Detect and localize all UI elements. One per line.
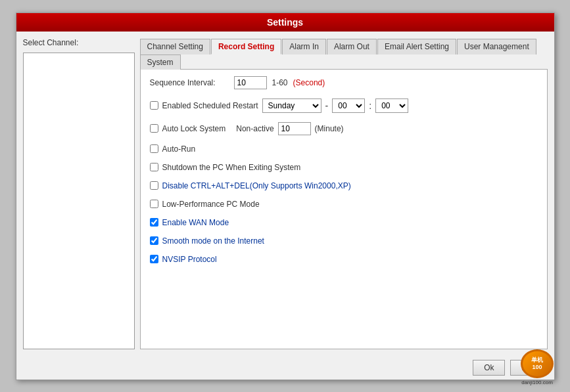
day-select[interactable]: Sunday Monday Tuesday Wednesday Thursday… (262, 98, 321, 113)
auto-lock-input[interactable] (278, 122, 311, 135)
sequence-interval-range: 1-60 (272, 78, 288, 87)
tab-alarm-out[interactable]: Alarm Out (327, 39, 377, 54)
disable-ctrl-label: Disable CTRL+ALT+DEL(Only Supports Win20… (162, 181, 351, 190)
enable-wan-label: Enable WAN Mode (162, 218, 229, 227)
sequence-interval-unit: (Second) (293, 78, 325, 87)
right-panel: Channel Setting Record Setting Alarm In … (140, 38, 548, 349)
auto-run-checkbox[interactable] (150, 144, 158, 153)
low-performance-label: Low-Performance PC Mode (162, 200, 260, 209)
nvsip-label: NVSIP Protocol (162, 255, 217, 264)
disable-ctrl-row: Disable CTRL+ALT+DEL(Only Supports Win20… (150, 181, 538, 190)
auto-run-label: Auto-Run (162, 144, 196, 154)
bottom-bar: Ok Exit (16, 356, 554, 380)
watermark-text: 单机100 (531, 357, 543, 371)
low-performance-row: Low-Performance PC Mode (150, 200, 538, 209)
disable-ctrl-checkbox[interactable] (150, 181, 158, 190)
nvsip-row: NVSIP Protocol (150, 255, 538, 264)
minute-select[interactable]: 00051015 20253035 40455055 (375, 98, 408, 113)
auto-lock-checkbox[interactable] (150, 124, 158, 133)
smooth-mode-row: Smooth mode on the Internet (150, 236, 538, 246)
tab-record-setting[interactable]: Record Setting (211, 39, 281, 54)
sequence-interval-input[interactable] (234, 76, 267, 89)
shutdown-row: Shutdown the PC When Exiting System (150, 163, 538, 172)
tab-alarm-in[interactable]: Alarm In (282, 39, 326, 54)
dialog-body: Select Channel: Channel Setting Record S… (16, 32, 554, 356)
separator-dash: - (325, 100, 329, 111)
low-performance-checkbox[interactable] (150, 200, 158, 208)
tab-system[interactable]: System (140, 54, 181, 70)
nvsip-checkbox[interactable] (150, 255, 158, 263)
tab-channel-setting[interactable]: Channel Setting (140, 39, 210, 54)
enable-wan-row: Enable WAN Mode (150, 218, 538, 227)
dialog-title: Settings (267, 17, 303, 28)
sequence-interval-row: Sequence Interval: 1-60 (Second) (150, 76, 538, 89)
smooth-mode-label: Smooth mode on the Internet (162, 236, 264, 246)
auto-run-row: Auto-Run (150, 144, 538, 154)
smooth-mode-checkbox[interactable] (150, 236, 158, 245)
select-channel-label: Select Channel: (23, 38, 135, 47)
shutdown-label: Shutdown the PC When Exiting System (162, 163, 301, 172)
tab-user-management[interactable]: User Management (457, 39, 536, 54)
channel-listbox[interactable] (23, 53, 135, 349)
left-panel: Select Channel: (23, 38, 135, 349)
watermark-badge: 单机100 danji100.com (511, 349, 563, 385)
sequence-interval-label: Sequence Interval: (150, 78, 229, 87)
auto-lock-label: Auto Lock System (162, 124, 226, 133)
tabs-bar: Channel Setting Record Setting Alarm In … (140, 38, 548, 70)
non-active-label: Non-active (236, 124, 273, 133)
scheduled-restart-checkbox[interactable] (150, 101, 158, 110)
enable-wan-checkbox[interactable] (150, 218, 158, 227)
scheduled-restart-label: Enabled Scheduled Restart (162, 101, 258, 110)
scheduled-restart-row: Enabled Scheduled Restart Sunday Monday … (150, 98, 538, 113)
watermark-url: danji100.com (521, 380, 553, 385)
watermark-circle: 单机100 (521, 349, 554, 378)
shutdown-checkbox[interactable] (150, 163, 158, 171)
title-bar: Settings (16, 13, 554, 32)
separator-colon: : (369, 100, 371, 111)
auto-lock-row: Auto Lock System Non-active (Minute) (150, 122, 538, 135)
tab-email-alert-setting[interactable]: Email Alert Setting (377, 39, 456, 54)
settings-dialog: Settings Select Channel: Channel Setting… (16, 12, 555, 380)
auto-lock-unit: (Minute) (315, 124, 344, 133)
ok-button[interactable]: Ok (473, 360, 505, 376)
hour-select[interactable]: 00010203 04050607 08091011 12131415 1617… (332, 98, 365, 113)
tab-content: Sequence Interval: 1-60 (Second) Enabled… (140, 70, 548, 349)
